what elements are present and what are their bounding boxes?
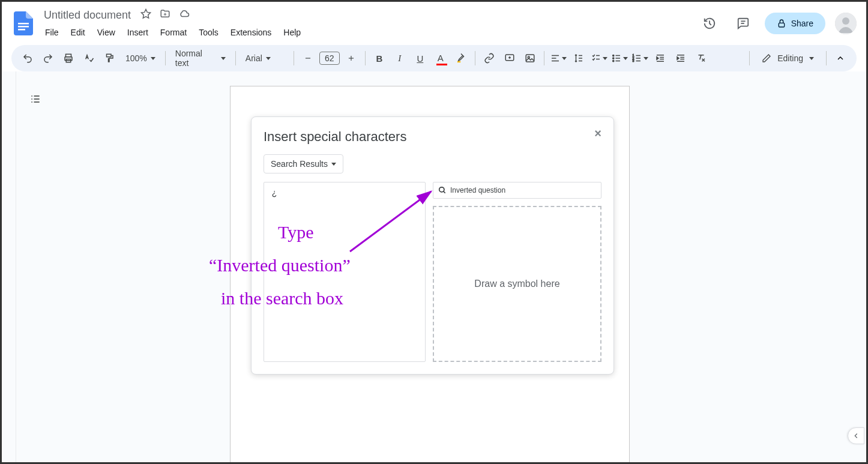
chevron-down-icon: [151, 57, 155, 60]
share-label: Share: [791, 19, 813, 28]
insert-image-button[interactable]: [521, 49, 539, 67]
ruler-horizontal[interactable]: [16, 71, 866, 82]
ruler-vertical[interactable]: [2, 71, 16, 462]
editing-mode-button[interactable]: Editing: [755, 50, 821, 67]
side-panel-toggle[interactable]: [848, 427, 864, 444]
move-icon[interactable]: [160, 8, 170, 22]
align-button[interactable]: [549, 49, 567, 67]
fontsize-input[interactable]: 62: [319, 52, 340, 65]
menu-file[interactable]: File: [40, 25, 64, 40]
svg-rect-11: [107, 54, 112, 57]
search-icon: [438, 186, 447, 194]
menu-format[interactable]: Format: [155, 25, 191, 40]
svg-rect-0: [18, 23, 29, 25]
spellcheck-button[interactable]: [80, 49, 98, 67]
annotation-line3: in the search box: [221, 285, 343, 312]
outline-toggle-button[interactable]: [26, 89, 45, 109]
underline-button[interactable]: U: [411, 49, 429, 67]
result-character[interactable]: ¿: [268, 186, 281, 199]
font-select[interactable]: Arial: [241, 51, 289, 65]
workspace: × Insert special characters Search Resul…: [2, 71, 866, 462]
collapse-toolbar-button[interactable]: [831, 49, 849, 67]
chevron-down-icon: [221, 57, 226, 60]
chevron-down-icon: [266, 57, 271, 60]
svg-rect-2: [18, 29, 25, 31]
menu-view[interactable]: View: [92, 25, 120, 40]
annotation-line2: “Inverted question”: [209, 252, 351, 279]
search-box[interactable]: [433, 182, 601, 199]
menu-insert[interactable]: Insert: [122, 25, 153, 40]
svg-point-30: [612, 60, 613, 61]
checklist-button[interactable]: [590, 49, 608, 67]
chevron-down-icon: [809, 57, 814, 60]
star-icon[interactable]: [140, 8, 151, 22]
cloud-icon[interactable]: [179, 8, 190, 22]
line-spacing-button[interactable]: [570, 49, 588, 67]
docs-logo[interactable]: [11, 11, 35, 35]
highlight-button[interactable]: [452, 49, 470, 67]
text-color-button[interactable]: A: [432, 49, 450, 67]
svg-point-28: [612, 58, 613, 59]
chevron-down-icon: [623, 57, 628, 60]
user-avatar[interactable]: [835, 13, 857, 34]
format-paint-button[interactable]: [100, 49, 118, 67]
special-characters-dialog: × Insert special characters Search Resul…: [251, 116, 614, 375]
svg-point-26: [612, 55, 613, 56]
fontsize-decrease[interactable]: [299, 49, 317, 67]
add-comment-button[interactable]: [501, 49, 519, 67]
search-input[interactable]: [450, 186, 596, 194]
menu-extensions[interactable]: Extensions: [226, 25, 276, 40]
toolbar: 100% Normal text Arial 62 B I U A 123 Ed…: [11, 45, 857, 71]
chevron-down-icon: [331, 163, 336, 166]
annotation-line1: Type: [278, 218, 314, 246]
menu-help[interactable]: Help: [279, 25, 306, 40]
svg-text:3: 3: [632, 59, 634, 62]
dialog-title: Insert special characters: [264, 129, 601, 145]
chevron-down-icon: [562, 57, 567, 60]
svg-point-52: [439, 187, 444, 192]
chevron-down-icon: [603, 57, 607, 60]
bold-button[interactable]: B: [370, 49, 388, 67]
menu-edit[interactable]: Edit: [66, 25, 90, 40]
indent-decrease-button[interactable]: [651, 49, 669, 67]
indent-increase-button[interactable]: [672, 49, 690, 67]
menu-bar: File Edit View Insert Format Tools Exten…: [40, 25, 698, 40]
svg-line-53: [444, 191, 445, 193]
comments-icon[interactable]: [731, 11, 755, 35]
print-button[interactable]: [59, 49, 77, 67]
history-icon[interactable]: [698, 11, 722, 35]
chevron-down-icon: [643, 57, 648, 60]
menu-tools[interactable]: Tools: [194, 25, 223, 40]
bulleted-list-button[interactable]: [610, 49, 628, 67]
numbered-list-button[interactable]: 123: [631, 49, 649, 67]
category-filter-button[interactable]: Search Results: [264, 154, 343, 173]
paragraph-style-select[interactable]: Normal text: [170, 46, 231, 70]
draw-symbol-area[interactable]: Draw a symbol here: [433, 206, 601, 362]
svg-rect-5: [779, 23, 784, 27]
svg-point-7: [842, 17, 849, 25]
svg-rect-1: [18, 26, 29, 28]
share-button[interactable]: Share: [765, 13, 825, 34]
link-button[interactable]: [480, 49, 498, 67]
svg-rect-16: [526, 55, 534, 62]
redo-button[interactable]: [39, 49, 57, 67]
clear-formatting-button[interactable]: [692, 49, 710, 67]
zoom-select[interactable]: 100%: [121, 51, 160, 65]
fontsize-increase[interactable]: [342, 49, 360, 67]
close-button[interactable]: ×: [594, 127, 601, 140]
undo-button[interactable]: [19, 49, 37, 67]
italic-button[interactable]: I: [391, 49, 409, 67]
document-title[interactable]: Untitled document: [40, 8, 134, 23]
